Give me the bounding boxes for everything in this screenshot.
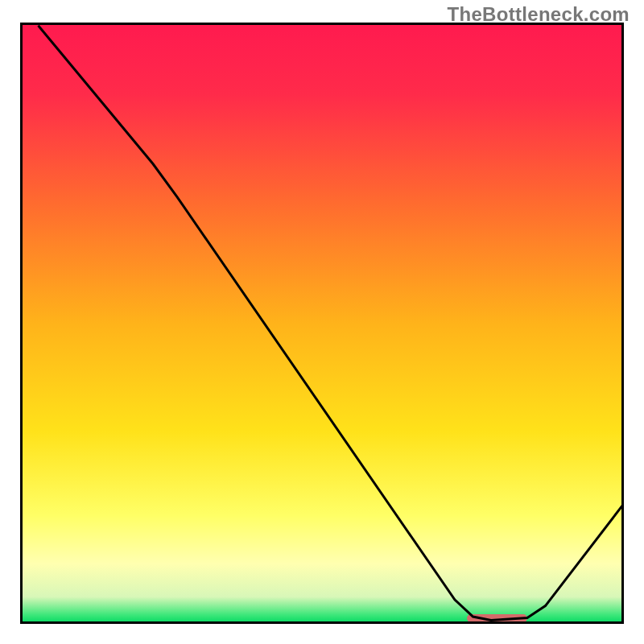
watermark-text: TheBottleneck.com <box>448 3 630 26</box>
chart-svg <box>20 23 624 624</box>
chart-plot-area <box>20 23 624 624</box>
chart-container: TheBottleneck.com <box>0 0 644 644</box>
